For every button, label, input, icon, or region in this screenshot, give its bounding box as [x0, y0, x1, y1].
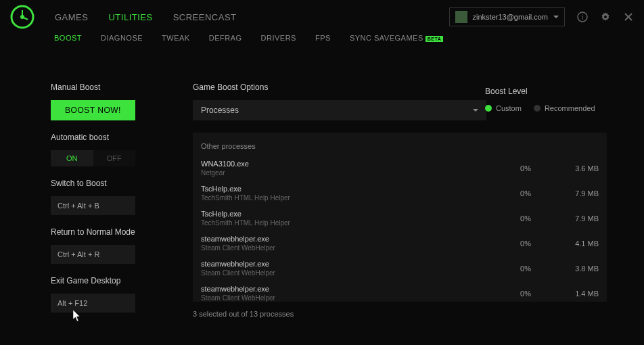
subnav-sync[interactable]: SYNC SAVEGAMESBETA — [350, 34, 443, 42]
auto-boost-title: Automatic boost — [51, 133, 152, 142]
process-name: TscHelp.exe — [201, 185, 484, 193]
process-name: steamwebhelper.exe — [201, 285, 484, 293]
process-list[interactable]: Other processes WNA3100.exeNetgear0%3.6 … — [193, 133, 607, 302]
nav-games[interactable]: GAMES — [55, 12, 88, 22]
exit-desktop-hotkey[interactable]: Alt + F12 — [51, 294, 135, 313]
process-group-header: Other processes — [193, 133, 607, 156]
subnav-fps[interactable]: FPS — [315, 34, 331, 42]
process-row[interactable]: TscHelp.exeTechSmith HTML Help Helper0%7… — [193, 206, 607, 231]
boost-level-title: Boost Level — [485, 87, 593, 96]
gear-icon[interactable] — [600, 12, 611, 22]
process-row[interactable]: steamwebhelper.exeSteam Client WebHelper… — [193, 231, 607, 256]
svg-text:i: i — [582, 14, 583, 21]
boost-level-recommended[interactable]: Recommended — [534, 104, 595, 112]
process-cpu: 0% — [484, 189, 531, 198]
process-name: WNA3100.exe — [201, 160, 484, 168]
process-name: steamwebhelper.exe — [201, 235, 484, 243]
auto-boost-toggle[interactable]: ON OFF — [51, 150, 135, 166]
switch-boost-hotkey[interactable]: Ctrl + Alt + B — [51, 196, 135, 215]
process-desc: Steam Client WebHelper — [201, 269, 484, 277]
process-desc: Netgear — [201, 169, 484, 177]
process-row[interactable]: steamwebhelper.exeSteam Client WebHelper… — [193, 281, 607, 302]
process-mem: 4.1 MB — [531, 239, 599, 248]
boost-now-button[interactable]: BOOST NOW! — [51, 100, 135, 120]
subnav-defrag[interactable]: DEFRAG — [209, 34, 242, 42]
switch-boost-title: Switch to Boost — [51, 179, 152, 188]
sub-nav: BOOST DIAGNOSE TWEAK DEFRAG DRIVERS FPS … — [0, 34, 644, 42]
radio-dot-off — [534, 105, 540, 112]
toggle-off[interactable]: OFF — [93, 150, 136, 166]
process-name: steamwebhelper.exe — [201, 260, 484, 268]
process-cpu: 0% — [484, 290, 531, 298]
subnav-tweak[interactable]: TWEAK — [162, 34, 190, 42]
main-nav: GAMES UTILITIES SCREENCAST — [55, 12, 237, 22]
process-mem: 3.8 MB — [531, 264, 599, 273]
process-cpu: 0% — [484, 264, 531, 273]
nav-utilities[interactable]: UTILITIES — [108, 12, 152, 22]
close-icon[interactable] — [623, 12, 634, 22]
subnav-boost[interactable]: BOOST — [54, 34, 82, 42]
selection-summary: 3 selected out of 13 processes — [193, 302, 593, 318]
subnav-diagnose[interactable]: DIAGNOSE — [101, 34, 143, 42]
avatar — [455, 11, 467, 23]
svg-point-1 — [20, 15, 24, 19]
process-cpu: 0% — [484, 164, 531, 172]
process-row[interactable]: steamwebhelper.exeSteam Client WebHelper… — [193, 256, 607, 281]
processes-dropdown[interactable]: Processes — [193, 100, 486, 120]
app-logo — [10, 5, 34, 29]
return-normal-title: Return to Normal Mode — [51, 227, 152, 237]
process-desc: TechSmith HTML Help Helper — [201, 194, 484, 202]
user-email: zinkster13@gmail.com — [473, 13, 548, 21]
process-cpu: 0% — [484, 239, 531, 248]
nav-screencast[interactable]: SCREENCAST — [173, 12, 237, 22]
process-desc: Steam Client WebHelper — [201, 244, 484, 252]
process-cpu: 0% — [484, 214, 531, 223]
process-mem: 1.4 MB — [531, 290, 599, 298]
user-dropdown[interactable]: zinkster13@gmail.com — [449, 7, 565, 26]
process-row[interactable]: WNA3100.exeNetgear0%3.6 MB — [193, 156, 607, 181]
toggle-on[interactable]: ON — [51, 150, 93, 166]
svg-point-4 — [604, 16, 607, 18]
dropdown-label: Processes — [201, 106, 239, 115]
process-desc: Steam Client WebHelper — [201, 294, 484, 302]
process-row[interactable]: TscHelp.exeTechSmith HTML Help Helper0%7… — [193, 181, 607, 206]
manual-boost-title: Manual Boost — [51, 83, 152, 92]
radio-dot-on — [485, 105, 492, 112]
process-name: TscHelp.exe — [201, 210, 484, 218]
process-mem: 7.9 MB — [531, 214, 599, 223]
beta-badge: BETA — [426, 36, 444, 42]
process-mem: 3.6 MB — [531, 164, 599, 172]
subnav-drivers[interactable]: DRIVERS — [261, 34, 296, 42]
exit-desktop-title: Exit Game Desktop — [51, 276, 152, 285]
return-normal-hotkey[interactable]: Ctrl + Alt + R — [51, 245, 135, 264]
info-icon[interactable]: i — [577, 12, 588, 22]
chevron-down-icon — [473, 109, 478, 112]
process-desc: TechSmith HTML Help Helper — [201, 219, 484, 227]
chevron-down-icon — [553, 16, 559, 18]
process-mem: 7.9 MB — [531, 189, 599, 198]
boost-level-custom[interactable]: Custom — [485, 104, 522, 112]
